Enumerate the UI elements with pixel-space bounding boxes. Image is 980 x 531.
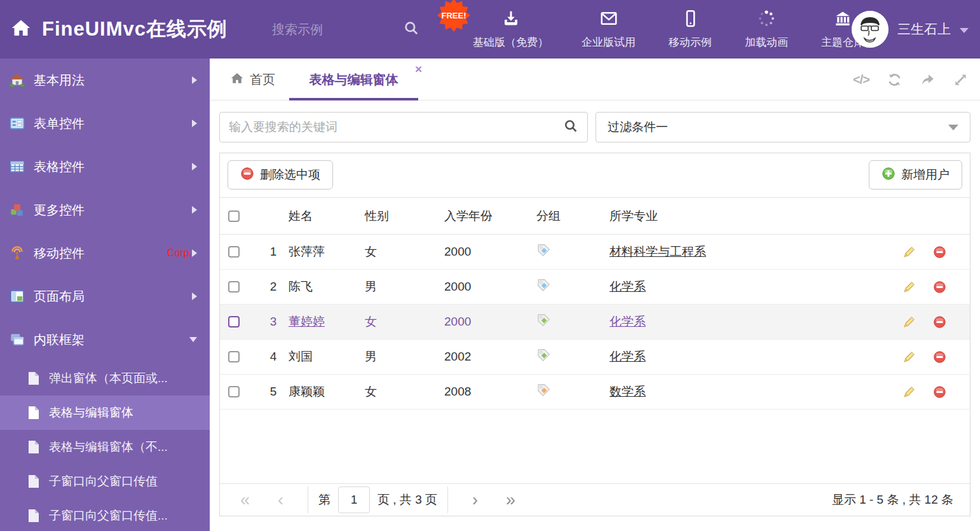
edit-icon[interactable] xyxy=(902,315,916,329)
cell-name: 刘国 xyxy=(289,348,365,365)
major-link[interactable]: 化学系 xyxy=(609,350,646,363)
table-row[interactable]: 3 董婷婷 女 2000 化学系 xyxy=(220,305,970,340)
row-checkbox[interactable] xyxy=(228,246,240,258)
delete-selected-button[interactable]: 删除选中项 xyxy=(228,160,333,190)
cell-group xyxy=(536,278,609,296)
file-icon xyxy=(27,509,40,523)
page-number-input[interactable] xyxy=(338,486,370,513)
close-icon[interactable]: × xyxy=(415,62,422,76)
top-search-input[interactable] xyxy=(272,22,367,37)
record-count-summary: 显示 1 - 5 条 , 共 12 条 xyxy=(832,492,953,508)
row-index: 1 xyxy=(258,245,289,259)
delete-icon[interactable] xyxy=(933,315,946,329)
avatar[interactable] xyxy=(852,11,888,48)
edit-icon[interactable] xyxy=(902,245,916,259)
sidebar-item-more-controls[interactable]: 更多控件 xyxy=(0,188,210,231)
nav-item-loading-animation[interactable]: 加载动画 xyxy=(728,9,805,50)
pagination-bar: « ‹ 第 页 , 共 3 页 › » 显示 1 - 5 条 , 共 12 条 xyxy=(220,483,970,516)
edit-icon[interactable] xyxy=(902,385,916,399)
top-search[interactable] xyxy=(272,0,419,59)
last-page-button[interactable]: » xyxy=(492,492,529,509)
cell-year: 2008 xyxy=(444,385,536,399)
sidebar-subitem-grid-edit-window[interactable]: 表格与编辑窗体 xyxy=(0,396,210,430)
search-icon[interactable] xyxy=(563,118,578,136)
sidebar-subitem-label: 表格与编辑窗体（不... xyxy=(49,439,168,455)
cell-gender: 女 xyxy=(365,383,444,400)
sidebar-subitem-label: 子窗口向父窗口传值... xyxy=(49,507,168,524)
row-actions xyxy=(894,385,970,399)
row-index: 3 xyxy=(258,315,289,329)
edit-icon[interactable] xyxy=(902,350,916,364)
edit-icon[interactable] xyxy=(902,280,916,294)
refresh-icon[interactable] xyxy=(887,72,902,88)
nav-item-label: 基础版（免费） xyxy=(473,35,548,50)
page-label-prefix: 第 xyxy=(318,492,330,508)
major-link[interactable]: 化学系 xyxy=(609,280,646,293)
cell-year: 2000 xyxy=(444,280,536,294)
next-page-button[interactable]: › xyxy=(458,492,492,509)
sidebar-item-iframe[interactable]: 内联框架 xyxy=(0,318,210,361)
sidebar-item-mobile-controls[interactable]: 移动控件 Corp. xyxy=(0,231,210,275)
major-link[interactable]: 材料科学与工程系 xyxy=(609,245,706,258)
brand[interactable]: FineUIMvc在线示例 xyxy=(10,0,228,59)
row-checkbox[interactable] xyxy=(228,316,240,328)
search-icon[interactable] xyxy=(403,20,419,39)
delete-icon[interactable] xyxy=(933,350,946,364)
nav-item-mobile-demo[interactable]: 移动示例 xyxy=(652,9,728,50)
major-link[interactable]: 数学系 xyxy=(609,385,646,398)
cell-major: 数学系 xyxy=(609,383,894,400)
grid-toolbar: 删除选中项 新增用户 xyxy=(220,153,970,198)
cell-year: 2000 xyxy=(444,315,536,329)
plus-circle-icon xyxy=(881,167,895,184)
table-row[interactable]: 4 刘国 男 2002 化学系 xyxy=(220,340,970,375)
sidebar-subitem-child-to-parent-2[interactable]: 子窗口向父窗口传值... xyxy=(0,499,210,531)
cell-major: 材料科学与工程系 xyxy=(609,244,894,260)
keyword-search-input[interactable] xyxy=(229,120,563,134)
sidebar-item-grid-controls[interactable]: 表格控件 xyxy=(0,145,210,188)
major-link[interactable]: 化学系 xyxy=(609,315,646,328)
row-checkbox[interactable] xyxy=(228,351,240,362)
add-user-button[interactable]: 新增用户 xyxy=(869,160,962,190)
source-code-icon[interactable]: </> xyxy=(853,72,869,87)
cell-name: 陈飞 xyxy=(289,279,365,295)
delete-icon[interactable] xyxy=(933,280,946,294)
share-icon[interactable] xyxy=(920,72,936,88)
row-checkbox[interactable] xyxy=(228,386,240,397)
top-nav: 基础版（免费） 企业版试用 移动示例 加载动画 xyxy=(456,0,881,59)
envelope-icon xyxy=(599,9,618,31)
table-row[interactable]: 5 康颖颖 女 2008 数学系 xyxy=(220,375,970,410)
sidebar-item-label: 表单控件 xyxy=(34,115,192,132)
filter-dropdown[interactable]: 过滤条件一 xyxy=(595,112,970,142)
tab-grid-edit-window[interactable]: 表格与编辑窗体 × xyxy=(289,59,418,100)
delete-icon[interactable] xyxy=(933,385,946,399)
row-actions xyxy=(894,315,970,329)
table-row[interactable]: 2 陈飞 男 2000 化学系 xyxy=(220,270,970,305)
home-icon xyxy=(230,71,244,88)
cell-name: 康颖颖 xyxy=(289,383,365,400)
row-checkbox[interactable] xyxy=(228,281,240,293)
delete-icon[interactable] xyxy=(933,245,946,259)
user-menu[interactable]: 三生石上 xyxy=(852,0,969,59)
cell-year: 2002 xyxy=(444,350,536,364)
sidebar-item-basics[interactable]: 基本用法 xyxy=(0,59,210,102)
sidebar-item-label: 更多控件 xyxy=(34,202,192,219)
prev-page-button[interactable]: ‹ xyxy=(264,492,297,509)
first-page-button[interactable]: « xyxy=(236,492,264,509)
tag-icon xyxy=(536,313,551,331)
tab-active-indicator xyxy=(289,98,418,100)
sidebar-subitem-popup-window[interactable]: 弹出窗体（本页面或... xyxy=(0,361,210,396)
sidebar-item-page-layout[interactable]: 页面布局 xyxy=(0,275,210,318)
expand-icon[interactable] xyxy=(953,72,969,88)
sidebar-subitem-grid-edit-window-2[interactable]: 表格与编辑窗体（不... xyxy=(0,430,210,464)
chevron-right-icon xyxy=(192,163,197,170)
sidebar-subitem-child-to-parent[interactable]: 子窗口向父窗口传值 xyxy=(0,464,210,499)
nav-item-enterprise-trial[interactable]: 企业版试用 xyxy=(565,9,652,50)
tab-active-label: 表格与编辑窗体 xyxy=(310,72,398,86)
select-all-checkbox[interactable] xyxy=(228,210,240,222)
grid-panel: 删除选中项 新增用户 姓名 性别 入学年份 分组 所学专业 1 张萍萍 xyxy=(219,153,970,516)
nav-item-basic-edition[interactable]: 基础版（免费） xyxy=(456,9,565,50)
tab-home[interactable]: 首页 xyxy=(230,59,275,100)
table-row[interactable]: 1 张萍萍 女 2000 材料科学与工程系 xyxy=(220,235,970,270)
sidebar-item-form-controls[interactable]: 表单控件 xyxy=(0,102,210,145)
keyword-search-box[interactable] xyxy=(219,112,588,142)
